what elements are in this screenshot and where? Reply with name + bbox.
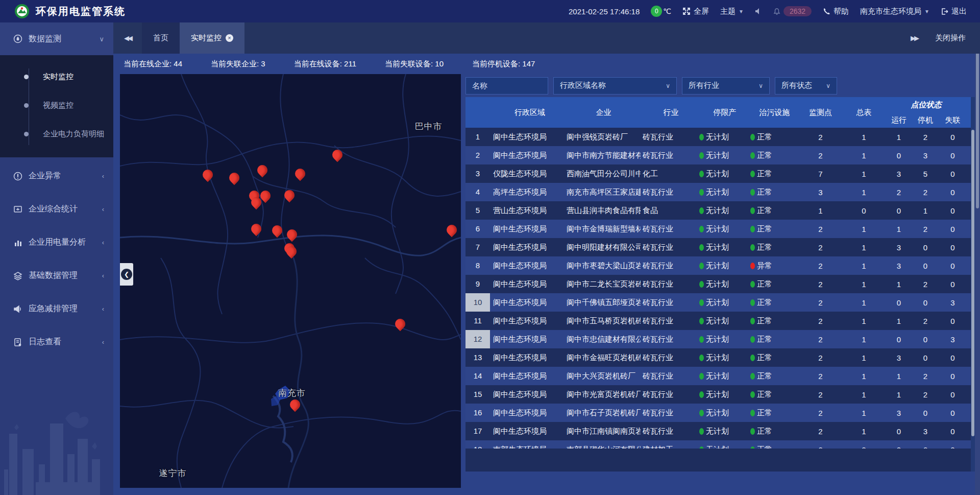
map-panel[interactable]: ❮ 巴中市南充市遂宁市	[120, 74, 461, 488]
user-dropdown[interactable]: 南充市生态环境局▼	[860, 7, 929, 16]
sidebar-item-power-analysis[interactable]: 企业用电量分析 ‹	[0, 228, 113, 257]
close-operations-button[interactable]: 关闭操作	[935, 33, 966, 43]
sidebar-item-data-monitoring[interactable]: 数据监测 ∨	[0, 22, 113, 55]
map-pin[interactable]	[447, 223, 457, 237]
cell-region: 阆中生态环境局	[490, 316, 567, 326]
sidebar-item-emergency-reduction[interactable]: 应急减排管理 ‹	[0, 294, 113, 323]
map-pin[interactable]	[395, 317, 405, 331]
cell-run: 3	[886, 353, 912, 362]
cell-stop: 0	[912, 262, 939, 270]
sidebar-item-base-data[interactable]: 基础数据管理 ‹	[0, 261, 113, 290]
table-scrollbar[interactable]	[971, 97, 975, 472]
status-filter-select[interactable]: 所有状态 ∨	[775, 77, 837, 95]
table-row[interactable]: 7阆中生态环境局阆中明阳建材有限公司砖瓦行业无计划正常21300	[465, 238, 975, 256]
cell-industry: 建材加工	[641, 445, 699, 449]
cell-region: 阆中生态环境局	[490, 151, 567, 160]
cell-points: 2	[799, 390, 842, 399]
table-row[interactable]: 4高坪生态环境局南充市高坪区王家店建砖瓦行业无计划正常31220	[465, 183, 975, 201]
sidebar-item-log-view[interactable]: 日志查看 ‹	[0, 327, 113, 357]
map-pin[interactable]	[260, 188, 271, 203]
page-scrollbar[interactable]	[975, 22, 980, 495]
name-filter-input[interactable]	[465, 77, 548, 95]
table-row[interactable]: 3仪陇生态环境局西南油气田分公司川中化工无计划正常71350	[465, 164, 975, 183]
row-number: 3	[465, 164, 490, 183]
help-button[interactable]: 帮助	[823, 7, 849, 16]
table-row[interactable]: 17阆中生态环境局阆中市江南镇阆南页岩砖瓦行业无计划正常21030	[465, 422, 975, 440]
table-row[interactable]: 16阆中生态环境局阆中市石子页岩机砖厂砖瓦行业无计划正常21300	[465, 404, 975, 422]
cell-points: 2	[799, 335, 842, 344]
cell-limit-status: 无计划	[699, 316, 750, 326]
map-pin[interactable]	[295, 167, 305, 181]
map-pin[interactable]	[332, 148, 342, 162]
sidebar-item-enterprise-statistics[interactable]: 企业综合统计 ‹	[0, 195, 113, 224]
cell-stop: 5	[912, 170, 939, 178]
chevron-left-icon: ‹	[102, 239, 104, 246]
sidebar-item-power-load-detail[interactable]: 企业电力负荷明细	[0, 120, 113, 148]
theme-dropdown[interactable]: 主题▼	[720, 7, 744, 16]
cell-company: 阆中市金福旺页岩机砖	[567, 353, 641, 363]
sidebar-item-video-monitor[interactable]: 视频监控	[0, 91, 113, 120]
tab-close-icon[interactable]: ×	[226, 34, 233, 42]
table-row[interactable]: 5营山生态环境局营山县润丰肉食品有限食品无计划正常10010	[465, 201, 975, 220]
table-row[interactable]: 2阆中生态环境局阆中市南方节能建材有砖瓦行业无计划正常21030	[465, 146, 975, 164]
bullet-icon	[24, 103, 29, 108]
map-pin[interactable]	[203, 168, 213, 182]
table-row[interactable]: 15阆中生态环境局阆中市光富页岩机砖厂砖瓦行业无计划正常21120	[465, 385, 975, 404]
table-row[interactable]: 8阆中生态环境局阆中市枣碧大梁山页岩砖瓦行业无计划异常21300	[465, 256, 975, 275]
map-pin[interactable]	[251, 222, 261, 236]
cell-limit-status: 无计划	[699, 427, 750, 436]
cell-meters: 1	[842, 317, 886, 325]
status-dot-red	[750, 263, 755, 269]
cell-stop: 2	[912, 280, 939, 289]
table-row[interactable]: 11阆中生态环境局阆中市五马桥页岩机砖砖瓦行业无计划正常21120	[465, 312, 975, 330]
status-dot-green	[699, 373, 704, 380]
map-pin[interactable]	[290, 397, 300, 412]
tab-realtime-monitor[interactable]: 实时监控 ×	[180, 22, 244, 54]
sidebar-item-realtime-monitor[interactable]: 实时监控	[0, 62, 113, 91]
map-pin[interactable]	[286, 244, 297, 258]
logout-button[interactable]: 退出	[941, 7, 967, 16]
cell-company: 阆中千佛镇五郎垭页岩	[567, 298, 641, 308]
industry-filter-select[interactable]: 所有行业 ∨	[682, 77, 770, 95]
cell-industry: 砖瓦行业	[641, 353, 699, 363]
cell-limit-status: 无计划	[699, 243, 750, 252]
cell-industry: 砖瓦行业	[641, 261, 699, 271]
map-pin[interactable]	[272, 223, 282, 238]
table-row[interactable]: 6阆中生态环境局阆中市金博瑞新型墙材砖瓦行业无计划正常21120	[465, 220, 975, 238]
cell-facility-status: 正常	[750, 169, 799, 179]
table-row[interactable]: 18南部生态环境局南部县砌华山河有限公建材加工无计划正常60060	[465, 440, 975, 449]
table-row[interactable]: 1阆中生态环境局阆中强锐页岩砖厂砖瓦行业无计划正常21120	[465, 128, 975, 146]
sidebar-item-enterprise-abnormal[interactable]: 企业异常 ‹	[0, 161, 113, 191]
map-pin[interactable]	[229, 171, 239, 185]
cell-facility-status: 正常	[750, 243, 799, 252]
table-row[interactable]: 10阆中生态环境局阆中千佛镇五郎垭页岩砖瓦行业无计划正常21003	[465, 293, 975, 312]
cell-lost: 3	[939, 298, 967, 307]
tabs-scroll-left-button[interactable]: ◀◀	[113, 22, 142, 54]
cell-run: 1	[886, 133, 912, 142]
notifications-button[interactable]: 2632	[773, 6, 812, 16]
cell-company: 阆中市忠信建材有限公	[567, 335, 641, 344]
table-row[interactable]: 12阆中生态环境局阆中市忠信建材有限公砖瓦行业无计划正常21003	[465, 330, 975, 348]
bullet-icon	[24, 132, 29, 136]
cell-region: 阆中生态环境局	[490, 335, 567, 344]
sound-button[interactable]	[755, 8, 762, 15]
map-pin[interactable]	[257, 163, 267, 177]
table-row[interactable]: 13阆中生态环境局阆中市金福旺页岩机砖砖瓦行业无计划正常21300	[465, 348, 975, 367]
layers-icon	[13, 271, 22, 280]
pin-icon	[227, 171, 241, 185]
tabs-scroll-right-button[interactable]: ▶▶	[911, 34, 918, 42]
cell-points: 2	[799, 409, 842, 417]
table-row[interactable]: 14阆中生态环境局阆中大兴页岩机砖厂砖瓦行业无计划正常21120	[465, 367, 975, 385]
row-number: 11	[465, 312, 490, 330]
table-row[interactable]: 9阆中生态环境局阆中市二龙长宝页岩砖砖瓦行业无计划正常21120	[465, 275, 975, 293]
map-collapse-button[interactable]: ❮	[120, 263, 133, 286]
stat-item: 当前失联企业: 3	[211, 59, 265, 69]
region-filter-select[interactable]: 行政区域名称 ∨	[553, 77, 677, 95]
cell-stop: 2	[912, 317, 939, 325]
cell-industry: 砖瓦行业	[641, 298, 699, 308]
map-pin[interactable]	[284, 188, 295, 202]
map-pin[interactable]	[287, 227, 297, 242]
cell-company: 阆中明阳建材有限公司	[567, 243, 641, 252]
tab-home[interactable]: 首页	[142, 22, 180, 54]
fullscreen-button[interactable]: 全屏	[682, 7, 709, 16]
